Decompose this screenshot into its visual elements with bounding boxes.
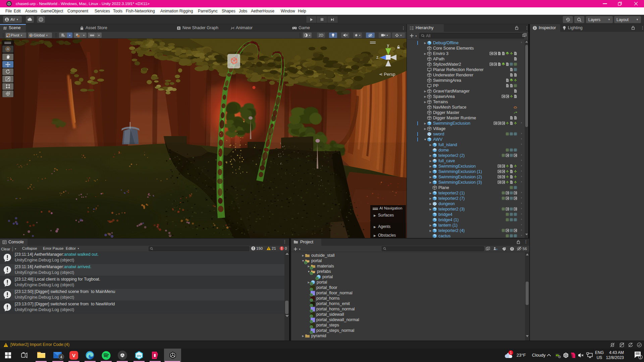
svg-text:z: z — [376, 55, 378, 60]
svg-text:DV: DV — [137, 354, 141, 358]
svg-text:1: 1 — [640, 356, 641, 359]
svg-text:y: y — [387, 43, 389, 48]
